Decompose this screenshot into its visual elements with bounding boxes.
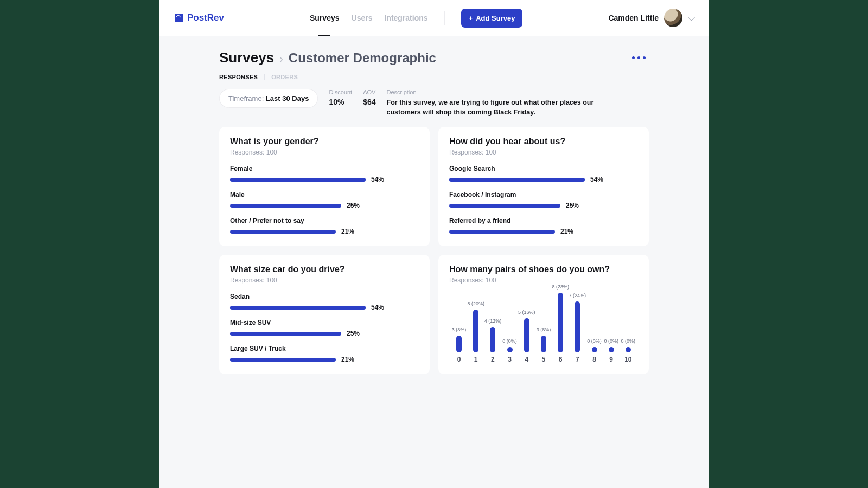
hist-bar <box>575 301 580 352</box>
main-nav: Surveys Users Integrations + Add Survey <box>310 0 522 36</box>
hbar-fill <box>230 204 341 208</box>
card-question-car: What size car do you drive? Responses: 1… <box>219 255 430 374</box>
card-question-gender: What is your gender? Responses: 100 Fema… <box>219 127 430 246</box>
hbar-pct: 21% <box>560 228 579 235</box>
hbar-fill <box>449 204 560 208</box>
hbar-fill <box>230 178 366 182</box>
hist-bar <box>541 336 546 352</box>
hist-col: 8 (28%)6 <box>553 284 568 363</box>
hbar-line: 54% <box>230 176 419 183</box>
hist-col: 5 (16%)4 <box>519 310 534 363</box>
more-actions-button[interactable] <box>629 53 649 62</box>
hist-bar <box>456 336 462 352</box>
hist-x-label: 10 <box>624 356 631 363</box>
hist-x-label: 9 <box>609 356 613 363</box>
hbar-row: Female54% <box>230 165 419 183</box>
hist-bar <box>592 347 597 352</box>
question-title: What size car do you drive? <box>230 265 419 274</box>
subtabs: RESPONSES ORDERS <box>219 74 649 80</box>
hist-value-label: 5 (16%) <box>518 310 535 315</box>
breadcrumb-root[interactable]: Surveys <box>219 49 274 66</box>
question-responses: Responses: 100 <box>230 277 419 284</box>
hbar-pct: 54% <box>371 304 390 311</box>
question-responses: Responses: 100 <box>230 149 419 156</box>
hbar-row: Mid-size SUV25% <box>230 319 419 337</box>
meta-aov: AOV $64 <box>363 89 375 106</box>
hbar-fill <box>449 178 585 182</box>
meta-description-label: Description <box>387 89 649 95</box>
hist-x-label: 1 <box>474 356 478 363</box>
hbar-line: 21% <box>230 356 419 363</box>
hist-bar <box>507 347 513 352</box>
topbar: PostRev Surveys Users Integrations + Add… <box>159 0 709 36</box>
hist-bar <box>473 310 478 352</box>
hist-col: 3 (8%)0 <box>451 327 467 363</box>
meta-aov-value: $64 <box>363 98 375 106</box>
nav-surveys[interactable]: Surveys <box>310 0 339 36</box>
hbar-label: Large SUV / Truck <box>230 345 419 352</box>
nav-users[interactable]: Users <box>352 0 373 36</box>
hist-value-label: 0 (0%) <box>502 338 517 344</box>
hbar-row: Referred by a friend21% <box>449 217 638 235</box>
meta-row: Timeframe: Last 30 Days Discount 10% AOV… <box>219 89 649 117</box>
hist-x-label: 6 <box>559 356 563 363</box>
hbar-line: 21% <box>230 228 419 235</box>
card-question-shoes: How many pairs of shoes do you own? Resp… <box>438 255 649 374</box>
dot-icon <box>632 56 635 59</box>
meta-discount: Discount 10% <box>329 89 352 106</box>
card-question-hear: How did you hear about us? Responses: 10… <box>438 127 649 246</box>
hist-value-label: 0 (0%) <box>604 338 618 344</box>
breadcrumb: Surveys › Customer Demographic <box>219 49 436 66</box>
hist-bar <box>626 347 631 352</box>
hist-value-label: 4 (12%) <box>484 318 502 324</box>
hist-bar <box>609 347 614 352</box>
subtab-responses[interactable]: RESPONSES <box>219 74 258 80</box>
hist-value-label: 0 (0%) <box>587 338 602 344</box>
hbar-row: Large SUV / Truck21% <box>230 345 419 363</box>
hist-col: 4 (12%)2 <box>485 318 500 363</box>
dot-icon <box>637 56 640 59</box>
nav-integrations[interactable]: Integrations <box>384 0 427 36</box>
hbar-fill <box>230 230 336 234</box>
hbar-pct: 21% <box>341 356 360 363</box>
subtab-orders[interactable]: ORDERS <box>271 74 298 80</box>
hbar-pct: 54% <box>590 176 609 183</box>
hbar-line: 25% <box>449 202 638 209</box>
hbar-line: 21% <box>449 228 638 235</box>
avatar <box>664 9 682 27</box>
user-name: Camden Little <box>608 14 659 22</box>
page-head: Surveys › Customer Demographic <box>219 49 649 66</box>
hist-value-label: 8 (28%) <box>552 284 569 290</box>
add-survey-button[interactable]: + Add Survey <box>461 9 523 28</box>
brand-logo[interactable]: PostRev <box>175 12 224 23</box>
hbar-fill <box>230 358 336 362</box>
hbar-pct: 21% <box>341 228 360 235</box>
question-title: What is your gender? <box>230 137 419 146</box>
meta-aov-label: AOV <box>363 89 375 95</box>
meta-description: Description For this survey, we are tryi… <box>387 89 649 117</box>
hbar-row: Sedan54% <box>230 293 419 311</box>
histogram-chart: 3 (8%)08 (20%)14 (12%)20 (0%)35 (16%)43 … <box>449 287 638 363</box>
hist-col: 0 (0%)8 <box>587 338 602 363</box>
hist-col: 8 (20%)1 <box>468 301 483 363</box>
timeframe-selector[interactable]: Timeframe: Last 30 Days <box>219 89 318 108</box>
hist-col: 0 (0%)3 <box>502 338 518 363</box>
user-menu[interactable]: Camden Little <box>608 9 693 27</box>
chevron-down-icon <box>687 14 695 21</box>
hist-value-label: 7 (24%) <box>569 293 586 298</box>
hist-value-label: 3 (8%) <box>452 327 467 332</box>
hist-bar <box>490 327 495 352</box>
hbar-pct: 25% <box>347 202 365 209</box>
hbar-fill <box>449 230 555 234</box>
hist-bar <box>524 318 529 352</box>
hbar-pct: 25% <box>347 330 365 337</box>
hbar-row: Google Search54% <box>449 165 638 183</box>
question-responses: Responses: 100 <box>449 277 638 284</box>
timeframe-value: Last 30 Days <box>266 94 309 102</box>
page: Surveys › Customer Demographic RESPONSES… <box>159 36 709 374</box>
hist-x-label: 7 <box>576 356 579 363</box>
hist-x-label: 3 <box>508 356 512 363</box>
hist-value-label: 0 (0%) <box>621 338 636 344</box>
brand-logo-icon <box>175 14 183 22</box>
hist-x-label: 0 <box>457 356 461 363</box>
